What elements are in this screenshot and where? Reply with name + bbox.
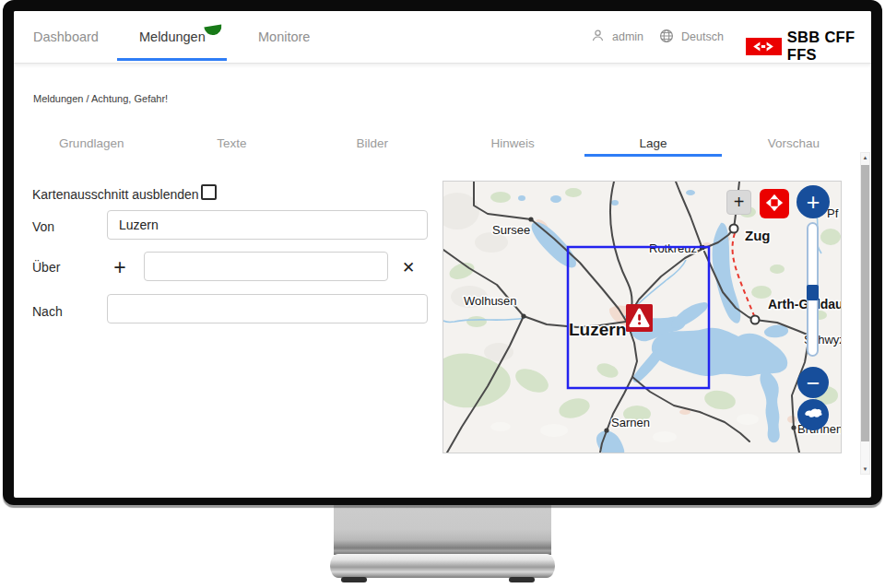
map-label-sursee: Sursee — [492, 223, 530, 237]
map-home-switzerland-button[interactable] — [797, 399, 829, 430]
monitor-stand-foot — [509, 577, 535, 582]
nav-item-label: Meldungen — [139, 29, 206, 44]
breadcrumb: Meldungen / Achtung, Gefahr! — [33, 93, 168, 104]
nav-item-meldungen[interactable]: Meldungen — [139, 11, 206, 63]
scrollbar-thumb[interactable] — [861, 165, 869, 441]
nav-item-monitore[interactable]: Monitore — [258, 11, 310, 63]
switzerland-icon — [803, 406, 823, 423]
pan-arrows-icon — [764, 193, 785, 216]
tab-texte[interactable]: Texte — [161, 129, 301, 157]
map-pan-mode-button[interactable] — [760, 189, 789, 218]
ueber-input[interactable] — [144, 252, 388, 281]
map-panel: Sursee Wolhusen Rotkreuz Zug Luzern Arth… — [442, 181, 842, 453]
map-label-arth-goldau: Arth-Goldau — [768, 297, 841, 312]
active-nav-underline — [117, 58, 227, 61]
map-label-rotkreuz: Rotkreuz — [649, 241, 697, 255]
map-label-pf: Pf — [827, 206, 839, 220]
user-icon — [591, 29, 605, 45]
page-scrollbar[interactable]: ▲ ▼ — [860, 152, 870, 475]
scrollbar-up-arrow[interactable]: ▲ — [861, 155, 869, 160]
language-menu[interactable]: Deutsch — [659, 11, 724, 63]
tab-grundlagen[interactable]: Grundlagen — [21, 129, 161, 157]
ueber-label: Über — [32, 260, 60, 275]
tab-lage[interactable]: Lage — [583, 129, 723, 157]
active-tab-underline — [584, 154, 721, 157]
nav-item-label: Monitore — [258, 29, 310, 44]
nach-label: Nach — [32, 304, 63, 319]
tab-hinweis[interactable]: Hinweis — [442, 129, 583, 157]
map-zoom-in-button[interactable]: + — [796, 185, 830, 218]
warning-marker-icon[interactable] — [626, 304, 653, 332]
language-label: Deutsch — [681, 30, 724, 43]
map-label-wolhusen: Wolhusen — [464, 294, 517, 308]
detail-tabs: Grundlagen Texte Bilder Hinweis Lage Vor… — [21, 129, 864, 157]
sbb-logo: SBB CFF FFS — [746, 29, 871, 64]
screen: Dashboard Meldungen Monitore admin Deuts… — [14, 11, 871, 498]
tab-bilder[interactable]: Bilder — [302, 129, 442, 157]
monitor-bezel: Dashboard Meldungen Monitore admin Deuts… — [3, 0, 882, 505]
hide-map-label: Kartenausschnitt ausblenden — [32, 187, 199, 202]
meldungen-badge — [204, 25, 222, 37]
nav-item-dashboard[interactable]: Dashboard — [33, 11, 99, 63]
user-menu[interactable]: admin — [591, 11, 643, 63]
hide-map-checkbox[interactable] — [201, 184, 217, 200]
map-label-sarnen: Sarnen — [611, 416, 650, 429]
tab-vorschau[interactable]: Vorschau — [724, 129, 864, 157]
sbb-arrows-icon — [746, 38, 782, 55]
von-input[interactable] — [107, 210, 428, 240]
map-label-zug: Zug — [745, 228, 771, 243]
user-name: admin — [612, 30, 643, 43]
globe-icon — [659, 29, 674, 46]
monitor-stand-neck — [334, 498, 551, 555]
map-zoom-slider-handle[interactable] — [807, 285, 819, 300]
monitor-stand-foot — [341, 577, 367, 582]
map-collapse-button[interactable]: + — [726, 190, 751, 215]
sbb-logo-text: SBB CFF FFS — [787, 29, 871, 64]
map-label-luzern: Luzern — [569, 320, 626, 339]
map-zoom-out-button[interactable]: − — [797, 367, 829, 398]
nav-item-label: Dashboard — [33, 29, 99, 44]
nach-input[interactable] — [107, 294, 428, 323]
add-via-button[interactable]: + — [107, 254, 133, 280]
top-navigation-bar: Dashboard Meldungen Monitore admin Deuts… — [14, 11, 871, 64]
scrollbar-down-arrow[interactable]: ▼ — [861, 466, 869, 472]
clear-via-button[interactable]: ✕ — [395, 254, 421, 280]
map-canvas[interactable]: Sursee Wolhusen Rotkreuz Zug Luzern Arth… — [443, 182, 841, 453]
von-label: Von — [32, 219, 54, 234]
monitor-stand-base — [330, 554, 555, 578]
